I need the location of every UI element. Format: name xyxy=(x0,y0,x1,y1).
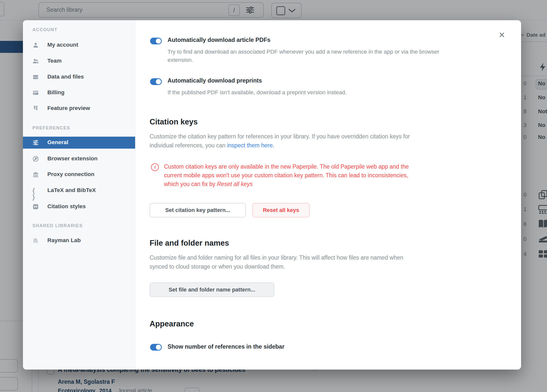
toggle-label: Show number of references in the sidebar xyxy=(168,343,284,350)
sidebar-item-browser-extension[interactable]: Browser extension xyxy=(23,153,135,165)
sidebar-item-billing[interactable]: Billing xyxy=(23,87,135,99)
section-label-preferences: PREFERENCES xyxy=(32,125,70,131)
sidebar-item-latex-bibtex[interactable]: { } LaTeX and BibTeX xyxy=(23,185,135,196)
toggle-description: If the published PDF isn't available, do… xyxy=(168,88,492,97)
sidebar-item-general[interactable]: General xyxy=(23,137,135,149)
sidebar-item-feature-preview[interactable]: Feature preview xyxy=(23,102,135,114)
sidebar-item-data-and-files[interactable]: Data and files xyxy=(23,71,135,83)
toggle-auto-download-preprints[interactable] xyxy=(150,78,162,85)
section-label-shared-libraries: SHARED LIBRARIES xyxy=(32,223,83,228)
sidebar-item-my-account[interactable]: My account xyxy=(23,39,135,51)
set-file-folder-pattern-button[interactable]: Set file and folder name pattern... xyxy=(150,283,274,297)
citation-keys-intro: Customize the citation key pattern for r… xyxy=(150,132,509,150)
credit-card-icon xyxy=(32,90,39,96)
sidebar-item-citation-styles[interactable]: Citation styles xyxy=(23,201,135,213)
toggle-show-sidebar-counts[interactable] xyxy=(150,344,162,351)
citation-keys-heading: Citation keys xyxy=(150,117,198,126)
toggle-label: Automatically download article PDFs xyxy=(168,37,271,43)
sliders-icon xyxy=(32,139,39,146)
server-icon xyxy=(32,74,39,80)
toggle-auto-download-pdfs[interactable] xyxy=(150,38,162,44)
toggle-description: Try to find and download an associated P… xyxy=(168,48,492,64)
flask-icon xyxy=(32,105,39,112)
settings-sidebar: ACCOUNT My account Team Data and files xyxy=(23,20,135,370)
quote-icon xyxy=(32,203,39,210)
appearance-heading: Appearance xyxy=(150,319,194,328)
sidebar-item-team[interactable]: Team xyxy=(23,55,135,67)
braces-icon: { } xyxy=(32,187,39,194)
close-icon[interactable]: ✕ xyxy=(496,29,508,41)
file-folder-description: Customize file and folder naming for all… xyxy=(150,253,509,271)
screen: / Date ad xyxy=(0,0,547,392)
inspect-keys-link[interactable]: inspect them here. xyxy=(227,142,274,149)
info-icon: i xyxy=(151,163,159,171)
bank-icon xyxy=(32,171,39,178)
reset-all-keys-button[interactable]: Reset all keys xyxy=(252,203,310,217)
settings-modal: ACCOUNT My account Team Data and files xyxy=(23,20,521,370)
chrome-icon xyxy=(32,156,39,162)
toggle-label: Automatically download preprints xyxy=(168,77,262,84)
sidebar-item-rayman-lab[interactable]: Rayman Lab xyxy=(23,235,135,247)
users-icon xyxy=(32,58,39,64)
set-citation-key-pattern-button[interactable]: Set citation key pattern... xyxy=(150,203,246,217)
citation-keys-warning: i Custom citation keys are only availabl… xyxy=(150,162,504,195)
sidebar-item-proxy-connection[interactable]: Proxy connection xyxy=(23,169,135,181)
section-label-account: ACCOUNT xyxy=(32,27,58,32)
file-folder-names-heading: File and folder names xyxy=(150,239,229,248)
library-icon xyxy=(32,237,39,244)
user-icon xyxy=(32,42,39,48)
reset-all-keys-mention: Reset all keys xyxy=(217,181,253,187)
